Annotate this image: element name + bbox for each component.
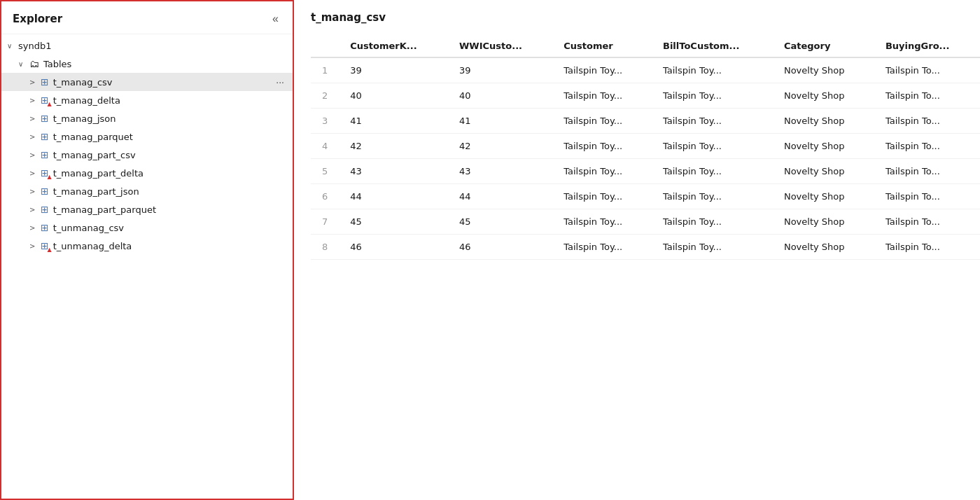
chevron-right-icon: > bbox=[29, 151, 41, 159]
chevron-right-icon: > bbox=[29, 78, 41, 86]
cell-category: Novelty Shop bbox=[773, 184, 874, 209]
cell-row-num: 7 bbox=[311, 209, 339, 235]
col-header-buying-group[interactable]: BuyingGro... bbox=[874, 35, 980, 57]
cell-bill-to-customer: Tailspin Toy... bbox=[652, 159, 773, 184]
cell-row-num: 1 bbox=[311, 57, 339, 83]
cell-customer-key: 43 bbox=[339, 159, 448, 184]
explorer-header: Explorer « bbox=[1, 1, 293, 34]
cell-bill-to-customer: Tailspin Toy... bbox=[652, 109, 773, 134]
delta-grid-icon bbox=[41, 95, 49, 106]
chevron-right-icon: > bbox=[29, 242, 41, 250]
col-header-category[interactable]: Category bbox=[773, 35, 874, 57]
chevron-down-icon: ∨ bbox=[7, 42, 18, 50]
tree-tables-folder[interactable]: ∨ 🗂 Tables bbox=[1, 55, 293, 73]
cell-category: Novelty Shop bbox=[773, 209, 874, 235]
cell-buying-group: Tailspin To... bbox=[874, 109, 980, 134]
cell-wwi-customer: 39 bbox=[448, 57, 552, 83]
cell-bill-to-customer: Tailspin Toy... bbox=[652, 235, 773, 260]
grid-icon bbox=[41, 113, 49, 124]
grid-icon bbox=[41, 76, 49, 88]
tree-item-t_unmanag_delta[interactable]: > t_unmanag_delta bbox=[1, 237, 293, 255]
grid-icon bbox=[41, 222, 49, 233]
cell-buying-group: Tailspin To... bbox=[874, 184, 980, 209]
cell-category: Novelty Shop bbox=[773, 109, 874, 134]
tree-db-root[interactable]: ∨ syndb1 bbox=[1, 37, 293, 55]
cell-customer: Tailspin Toy... bbox=[552, 134, 652, 159]
cell-customer-key: 40 bbox=[339, 83, 448, 109]
explorer-title: Explorer bbox=[13, 13, 62, 25]
tree-item-t_manag_json[interactable]: > t_manag_json bbox=[1, 109, 293, 127]
tree-item-t_manag_delta[interactable]: > t_manag_delta bbox=[1, 91, 293, 109]
cell-customer: Tailspin Toy... bbox=[552, 209, 652, 235]
col-header-customer-key[interactable]: CustomerK... bbox=[339, 35, 448, 57]
delta-grid-icon bbox=[41, 167, 49, 179]
cell-category: Novelty Shop bbox=[773, 57, 874, 83]
cell-customer-key: 46 bbox=[339, 235, 448, 260]
explorer-tree: ∨ syndb1 ∨ 🗂 Tables > t_manag_csv ··· > … bbox=[1, 34, 293, 499]
cell-wwi-customer: 44 bbox=[448, 184, 552, 209]
data-table-wrapper[interactable]: CustomerK... WWICusto... Customer BillTo… bbox=[311, 35, 980, 500]
table-row[interactable]: 3 41 41 Tailspin Toy... Tailspin Toy... … bbox=[311, 109, 980, 134]
grid-icon bbox=[41, 149, 49, 160]
chevron-right-icon: > bbox=[29, 133, 41, 141]
cell-wwi-customer: 46 bbox=[448, 235, 552, 260]
more-options-button[interactable]: ··· bbox=[273, 76, 287, 88]
grid-icon bbox=[41, 131, 49, 142]
cell-customer-key: 44 bbox=[339, 184, 448, 209]
cell-category: Novelty Shop bbox=[773, 159, 874, 184]
grid-icon bbox=[41, 204, 49, 215]
col-header-row-num bbox=[311, 35, 339, 57]
tree-item-t_manag_csv[interactable]: > t_manag_csv ··· bbox=[1, 73, 293, 91]
cell-customer-key: 45 bbox=[339, 209, 448, 235]
tree-item-t_manag_part_json[interactable]: > t_manag_part_json bbox=[1, 182, 293, 200]
col-header-wwi-customer[interactable]: WWICusto... bbox=[448, 35, 552, 57]
cell-buying-group: Tailspin To... bbox=[874, 57, 980, 83]
delta-grid-icon bbox=[41, 240, 49, 251]
collapse-button[interactable]: « bbox=[270, 11, 281, 27]
col-header-customer[interactable]: Customer bbox=[552, 35, 652, 57]
tree-item-t_manag_parquet[interactable]: > t_manag_parquet bbox=[1, 127, 293, 146]
tree-item-t_manag_part_parquet[interactable]: > t_manag_part_parquet bbox=[1, 200, 293, 218]
cell-customer: Tailspin Toy... bbox=[552, 235, 652, 260]
cell-wwi-customer: 41 bbox=[448, 109, 552, 134]
cell-wwi-customer: 43 bbox=[448, 159, 552, 184]
chevron-right-icon: > bbox=[29, 115, 41, 123]
table-row[interactable]: 6 44 44 Tailspin Toy... Tailspin Toy... … bbox=[311, 184, 980, 209]
cell-wwi-customer: 40 bbox=[448, 83, 552, 109]
cell-bill-to-customer: Tailspin Toy... bbox=[652, 134, 773, 159]
cell-category: Novelty Shop bbox=[773, 83, 874, 109]
cell-row-num: 3 bbox=[311, 109, 339, 134]
col-header-bill-to-customer[interactable]: BillToCustom... bbox=[652, 35, 773, 57]
main-content: t_manag_csv CustomerK... WWICusto... Cus… bbox=[294, 0, 980, 500]
chevron-right-icon: > bbox=[29, 206, 41, 214]
table-row[interactable]: 1 39 39 Tailspin Toy... Tailspin Toy... … bbox=[311, 57, 980, 83]
tree-item-t_manag_part_delta[interactable]: > t_manag_part_delta bbox=[1, 164, 293, 182]
table-row[interactable]: 8 46 46 Tailspin Toy... Tailspin Toy... … bbox=[311, 235, 980, 260]
cell-bill-to-customer: Tailspin Toy... bbox=[652, 209, 773, 235]
cell-bill-to-customer: Tailspin Toy... bbox=[652, 184, 773, 209]
table-row[interactable]: 7 45 45 Tailspin Toy... Tailspin Toy... … bbox=[311, 209, 980, 235]
cell-customer: Tailspin Toy... bbox=[552, 159, 652, 184]
cell-buying-group: Tailspin To... bbox=[874, 235, 980, 260]
grid-icon bbox=[41, 186, 49, 197]
cell-customer: Tailspin Toy... bbox=[552, 57, 652, 83]
cell-customer: Tailspin Toy... bbox=[552, 83, 652, 109]
table-header-row: CustomerK... WWICusto... Customer BillTo… bbox=[311, 35, 980, 57]
cell-wwi-customer: 42 bbox=[448, 134, 552, 159]
data-table: CustomerK... WWICusto... Customer BillTo… bbox=[311, 35, 980, 260]
table-row[interactable]: 5 43 43 Tailspin Toy... Tailspin Toy... … bbox=[311, 159, 980, 184]
cell-buying-group: Tailspin To... bbox=[874, 159, 980, 184]
cell-customer-key: 39 bbox=[339, 57, 448, 83]
chevron-right-icon: > bbox=[29, 224, 41, 232]
tree-item-t_manag_part_csv[interactable]: > t_manag_part_csv bbox=[1, 146, 293, 164]
cell-customer-key: 42 bbox=[339, 134, 448, 159]
table-row[interactable]: 4 42 42 Tailspin Toy... Tailspin Toy... … bbox=[311, 134, 980, 159]
table-row[interactable]: 2 40 40 Tailspin Toy... Tailspin Toy... … bbox=[311, 83, 980, 109]
cell-category: Novelty Shop bbox=[773, 235, 874, 260]
tree-item-t_unmanag_csv[interactable]: > t_unmanag_csv bbox=[1, 218, 293, 237]
cell-buying-group: Tailspin To... bbox=[874, 83, 980, 109]
cell-wwi-customer: 45 bbox=[448, 209, 552, 235]
cell-category: Novelty Shop bbox=[773, 134, 874, 159]
chevron-right-icon: > bbox=[29, 169, 41, 177]
cell-row-num: 2 bbox=[311, 83, 339, 109]
